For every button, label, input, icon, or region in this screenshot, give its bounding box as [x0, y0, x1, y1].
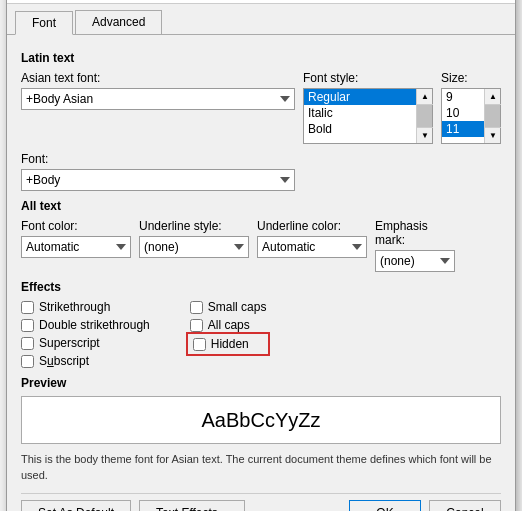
font-style-listbox-container: Regular Italic Bold ▲ ▼	[303, 88, 433, 144]
effects-section: Strikethrough Double strikethrough Super…	[21, 300, 501, 368]
size-listbox[interactable]: 9 10 11	[442, 89, 484, 143]
all-caps-label: All caps	[208, 318, 250, 332]
size-9[interactable]: 9	[442, 89, 484, 105]
all-caps-checkbox[interactable]	[190, 319, 203, 332]
preview-section: Preview AaBbCcYyZz	[21, 376, 501, 444]
font-color-label: Font color:	[21, 219, 131, 233]
size-listbox-container: 9 10 11 ▲ ▼	[441, 88, 501, 144]
size-scroll-down[interactable]: ▼	[485, 127, 501, 143]
latin-text-label: Latin text	[21, 51, 501, 65]
underline-style-label: Underline style:	[139, 219, 249, 233]
font-style-label: Font style:	[303, 71, 433, 85]
preview-label: Preview	[21, 376, 501, 390]
size-10[interactable]: 10	[442, 105, 484, 121]
small-caps-item[interactable]: Small caps	[190, 300, 267, 314]
size-scroll-up[interactable]: ▲	[485, 89, 501, 105]
font-style-bold[interactable]: Bold	[304, 121, 416, 137]
font-style-listbox[interactable]: Regular Italic Bold	[304, 89, 416, 143]
emphasis-group: Emphasis mark: (none)	[375, 219, 455, 272]
subscript-label: Subscript	[39, 354, 89, 368]
tab-font[interactable]: Font	[15, 11, 73, 35]
size-scrollbar: ▲ ▼	[484, 89, 500, 143]
effects-label: Effects	[21, 280, 501, 294]
size-group: Size: 9 10 11 ▲ ▼	[441, 71, 501, 144]
scroll-track	[417, 105, 432, 127]
font-color-group: Font color: Automatic	[21, 219, 131, 258]
double-strikethrough-label: Double strikethrough	[39, 318, 150, 332]
font-row: Font: +Body	[21, 152, 501, 191]
font-group: Font: +Body	[21, 152, 295, 191]
superscript-item[interactable]: Superscript	[21, 336, 150, 350]
left-buttons: Set As Default Text Effects...	[21, 500, 245, 511]
underline-color-select[interactable]: Automatic	[257, 236, 367, 258]
small-caps-checkbox[interactable]	[190, 301, 203, 314]
asian-font-select[interactable]: +Body Asian	[21, 88, 295, 110]
size-scroll-track	[485, 105, 500, 127]
emphasis-label: Emphasis mark:	[375, 219, 455, 247]
small-caps-label: Small caps	[208, 300, 267, 314]
asian-font-label: Asian text font:	[21, 71, 295, 85]
superscript-checkbox[interactable]	[21, 337, 34, 350]
font-style-regular[interactable]: Regular	[304, 89, 416, 105]
effects-col1: Strikethrough Double strikethrough Super…	[21, 300, 150, 368]
size-label: Size:	[441, 71, 501, 85]
cancel-button[interactable]: Cancel	[429, 500, 501, 511]
double-strikethrough-checkbox[interactable]	[21, 319, 34, 332]
font-dialog: Font ? ✕ Font Advanced Latin text Asian …	[6, 0, 516, 511]
strikethrough-label: Strikethrough	[39, 300, 110, 314]
underline-style-select[interactable]: (none)	[139, 236, 249, 258]
font-label: Font:	[21, 152, 295, 166]
all-text-row: Font color: Automatic Underline style: (…	[21, 219, 501, 272]
strikethrough-checkbox[interactable]	[21, 301, 34, 314]
right-buttons: OK Cancel	[349, 500, 501, 511]
hidden-label: Hidden	[211, 337, 249, 351]
superscript-label: Superscript	[39, 336, 100, 350]
preview-box: AaBbCcYyZz	[21, 396, 501, 444]
subscript-checkbox[interactable]	[21, 355, 34, 368]
double-strikethrough-item[interactable]: Double strikethrough	[21, 318, 150, 332]
underline-color-group: Underline color: Automatic	[257, 219, 367, 258]
font-style-italic[interactable]: Italic	[304, 105, 416, 121]
strikethrough-item[interactable]: Strikethrough	[21, 300, 150, 314]
tab-advanced[interactable]: Advanced	[75, 10, 162, 34]
emphasis-select[interactable]: (none)	[375, 250, 455, 272]
dialog-content: Latin text Asian text font: +Body Asian …	[7, 35, 515, 511]
font-select[interactable]: +Body	[21, 169, 295, 191]
underline-color-label: Underline color:	[257, 219, 367, 233]
text-effects-button[interactable]: Text Effects...	[139, 500, 245, 511]
font-style-scrollbar: ▲ ▼	[416, 89, 432, 143]
font-color-select[interactable]: Automatic	[21, 236, 131, 258]
all-text-label: All text	[21, 199, 501, 213]
hidden-checkbox[interactable]	[193, 338, 206, 351]
ok-button[interactable]: OK	[349, 500, 421, 511]
underline-style-group: Underline style: (none)	[139, 219, 249, 258]
subscript-item[interactable]: Subscript	[21, 354, 150, 368]
info-text: This is the body theme font for Asian te…	[21, 452, 501, 483]
asian-font-group: Asian text font: +Body Asian	[21, 71, 295, 110]
effects-col2: Small caps All caps Hidden	[190, 300, 267, 368]
preview-text: AaBbCcYyZz	[202, 409, 321, 432]
tab-bar: Font Advanced	[7, 4, 515, 35]
size-11[interactable]: 11	[442, 121, 484, 137]
button-row: Set As Default Text Effects... OK Cancel	[21, 493, 501, 511]
hidden-item[interactable]: Hidden	[190, 336, 267, 352]
scroll-down-btn[interactable]: ▼	[417, 127, 433, 143]
font-style-group: Font style: Regular Italic Bold ▲ ▼	[303, 71, 433, 144]
set-default-button[interactable]: Set As Default	[21, 500, 131, 511]
scroll-up-btn[interactable]: ▲	[417, 89, 433, 105]
asian-font-row: Asian text font: +Body Asian Font style:…	[21, 71, 501, 144]
all-caps-item[interactable]: All caps	[190, 318, 267, 332]
